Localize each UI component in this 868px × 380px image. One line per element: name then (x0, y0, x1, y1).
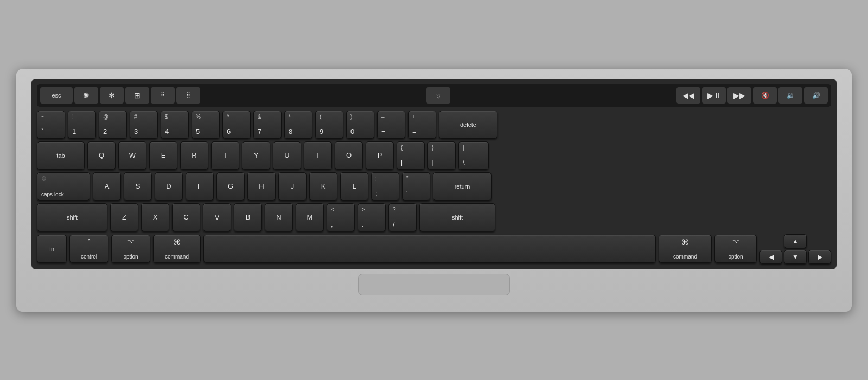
key-0[interactable]: ) 0 (346, 111, 374, 139)
qwerty-row: tab Q W E R T Y U I O P { [ } ] | \ (37, 141, 831, 170)
mission-control-icon[interactable]: ⊞ (125, 87, 149, 104)
return-key[interactable]: return (433, 172, 492, 201)
command-right-key[interactable]: ⌘ command (659, 235, 712, 263)
key-4[interactable]: $ 4 (161, 111, 189, 139)
key-j[interactable]: J (278, 172, 307, 201)
mute-icon[interactable]: 🔇 (753, 87, 777, 104)
key-z[interactable]: Z (110, 203, 138, 231)
key-o[interactable]: O (335, 141, 363, 170)
modifier-row: fn ^ control ⌥ option ⌘ command ⌘ comman… (37, 234, 831, 264)
delete-key[interactable]: delete (439, 111, 497, 139)
key-semicolon[interactable]: : ; (371, 172, 399, 201)
key-y[interactable]: Y (242, 141, 270, 170)
key-v[interactable]: V (203, 203, 231, 231)
keyboard: esc ✺ ✻ ⊞ ⠿ ⣿ ☼ ◀◀ ▶⏸ ▶▶ 🔇 🔉 🔊 ~ ` ! 1 (31, 79, 837, 269)
key-x[interactable]: X (141, 203, 169, 231)
number-row: ~ ` ! 1 @ 2 # 3 $ 4 % 5 (37, 111, 831, 139)
key-7[interactable]: & 7 (253, 111, 282, 139)
key-t[interactable]: T (211, 141, 239, 170)
option-left-key[interactable]: ⌥ option (111, 235, 150, 263)
key-8[interactable]: * 8 (284, 111, 312, 139)
key-u[interactable]: U (273, 141, 301, 170)
command-left-key[interactable]: ⌘ command (153, 235, 201, 263)
key-a[interactable]: A (93, 172, 121, 201)
key-n[interactable]: N (265, 203, 293, 231)
arrow-cluster: ▲ ◀ ▼ ▶ (760, 234, 831, 264)
shift-left-key[interactable]: shift (37, 203, 107, 231)
key-bracket-right[interactable]: } ] (427, 141, 456, 170)
option-right-key[interactable]: ⌥ option (714, 235, 757, 263)
volume-down-icon[interactable]: 🔉 (778, 87, 802, 104)
tab-key[interactable]: tab (37, 141, 85, 170)
key-3[interactable]: # 3 (130, 111, 158, 139)
key-g[interactable]: G (216, 172, 245, 201)
esc-key[interactable]: esc (40, 87, 73, 104)
rewind-icon[interactable]: ◀◀ (676, 87, 700, 104)
control-key[interactable]: ^ control (69, 235, 108, 263)
fn-key[interactable]: fn (37, 235, 67, 263)
key-i[interactable]: I (304, 141, 332, 170)
zxcv-row: shift Z X C V B N M < , > . ? / shift (37, 203, 831, 231)
brightness-down-icon[interactable]: ✺ (74, 87, 98, 104)
key-9[interactable]: ( 9 (315, 111, 343, 139)
key-q[interactable]: Q (87, 141, 116, 170)
key-6[interactable]: ^ 6 (222, 111, 251, 139)
key-tilde[interactable]: ~ ` (37, 111, 65, 139)
trackpad[interactable] (358, 274, 510, 295)
arrow-right-key[interactable]: ▶ (808, 250, 831, 264)
keyboard-brightness-up-icon[interactable]: ⣿ (176, 87, 200, 104)
key-l[interactable]: L (340, 172, 368, 201)
brightness-up-icon[interactable]: ✻ (100, 87, 124, 104)
key-period[interactable]: > . (358, 203, 386, 231)
key-w[interactable]: W (118, 141, 146, 170)
key-b[interactable]: B (234, 203, 262, 231)
key-5[interactable]: % 5 (192, 111, 220, 139)
keyboard-brightness-down-icon[interactable]: ⠿ (151, 87, 175, 104)
key-comma[interactable]: < , (327, 203, 355, 231)
key-s[interactable]: S (124, 172, 152, 201)
display-brightness-icon[interactable]: ☼ (426, 87, 450, 104)
laptop-body: esc ✺ ✻ ⊞ ⠿ ⣿ ☼ ◀◀ ▶⏸ ▶▶ 🔇 🔉 🔊 ~ ` ! 1 (16, 69, 852, 312)
caps-lock-key[interactable]: caps lock (37, 172, 90, 201)
play-pause-icon[interactable]: ▶⏸ (702, 87, 726, 104)
key-p[interactable]: P (366, 141, 394, 170)
key-2[interactable]: @ 2 (99, 111, 127, 139)
key-equals[interactable]: + = (408, 111, 436, 139)
key-c[interactable]: C (172, 203, 200, 231)
asdf-row: caps lock A S D F G H J K L : ; " ' retu… (37, 172, 831, 201)
key-minus[interactable]: – − (377, 111, 405, 139)
spacebar[interactable] (203, 235, 656, 263)
arrow-down-key[interactable]: ▼ (784, 250, 807, 264)
key-m[interactable]: M (296, 203, 324, 231)
key-h[interactable]: H (247, 172, 276, 201)
key-k[interactable]: K (309, 172, 337, 201)
key-slash[interactable]: ? / (388, 203, 417, 231)
key-f[interactable]: F (186, 172, 214, 201)
arrow-up-key[interactable]: ▲ (784, 234, 807, 248)
fast-forward-icon[interactable]: ▶▶ (727, 87, 751, 104)
shift-right-key[interactable]: shift (419, 203, 495, 231)
key-quote[interactable]: " ' (402, 172, 430, 201)
key-backslash[interactable]: | \ (458, 141, 489, 170)
key-d[interactable]: D (155, 172, 183, 201)
key-bracket-left[interactable]: { [ (397, 141, 425, 170)
key-1[interactable]: ! 1 (68, 111, 96, 139)
arrow-left-key[interactable]: ◀ (760, 250, 782, 264)
key-r[interactable]: R (180, 141, 208, 170)
touch-bar: esc ✺ ✻ ⊞ ⠿ ⣿ ☼ ◀◀ ▶⏸ ▶▶ 🔇 🔉 🔊 (37, 84, 831, 107)
key-e[interactable]: E (149, 141, 177, 170)
volume-up-icon[interactable]: 🔊 (804, 87, 828, 104)
